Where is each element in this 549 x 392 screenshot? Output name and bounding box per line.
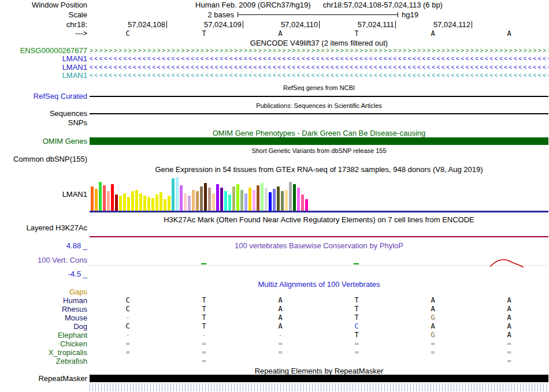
gtex-bar[interactable]	[188, 196, 191, 211]
gtex-bar[interactable]	[135, 190, 138, 211]
gtex-bars[interactable]	[90, 175, 548, 211]
gtex-title[interactable]: Gene Expression in 54 tissues from GTEx …	[90, 165, 548, 174]
gtex-bar[interactable]	[192, 190, 195, 211]
omim-genes-label[interactable]: OMIM Genes	[0, 137, 87, 145]
gtex-bar[interactable]	[115, 195, 118, 211]
gtex-bar[interactable]	[261, 183, 264, 211]
gtex-bar[interactable]	[305, 199, 308, 211]
base-letter-row[interactable]: ---> CTATAA	[0, 29, 549, 38]
gtex-bar[interactable]	[220, 188, 223, 211]
conservation-title[interactable]: 100 vertebrates Basewise Conservation by…	[90, 242, 548, 250]
species-label[interactable]: Dog	[0, 322, 87, 331]
alignment-base: -	[125, 313, 129, 322]
gtex-bar[interactable]	[147, 197, 150, 211]
gtex-bar[interactable]	[269, 192, 272, 211]
sequences-label[interactable]: Sequences	[0, 110, 87, 118]
h3k27ac-label[interactable]: Layered H3K27Ac	[0, 224, 87, 232]
gtex-bar[interactable]	[119, 196, 122, 211]
refseq-gene-line[interactable]	[90, 96, 548, 97]
gtex-bar[interactable]	[143, 196, 146, 211]
gene-arrow-line[interactable]: <<<<<<<<<<<<<<<<<<<<<<<<<<<<<<<<<<<<<<<<…	[90, 64, 548, 71]
gtex-bar[interactable]	[301, 195, 304, 211]
gene-arrow-line[interactable]: <<<<<<<<<<<<<<<<<<<<<<<<<<<<<<<<<<<<<<<<…	[90, 55, 548, 62]
gtex-bar[interactable]	[127, 197, 130, 211]
species-label[interactable]: Elephant	[0, 331, 87, 339]
gtex-bar[interactable]	[159, 192, 162, 211]
gene-label[interactable]: LMAN1	[0, 72, 87, 79]
refseq-curated-label[interactable]: RefSeq Curated	[0, 92, 87, 100]
gene-arrow-line[interactable]: >>>>>>>>>>>>>>>>>>>>>>>>>>>>>>>>>>>>>>>>…	[90, 47, 548, 54]
species-label[interactable]: Mouse	[0, 313, 87, 322]
gtex-bar[interactable]	[111, 184, 114, 211]
gtex-bar[interactable]	[265, 188, 268, 211]
gtex-bar[interactable]	[228, 195, 231, 211]
gtex-bar[interactable]	[232, 186, 235, 211]
gtex-bar[interactable]	[236, 184, 239, 211]
multiz-title[interactable]: Multiz Alignments of 100 Vertebrates	[90, 280, 548, 289]
gtex-bar[interactable]	[95, 189, 98, 211]
gtex-bar[interactable]	[168, 196, 170, 211]
dbsnp-label[interactable]: Common dbSNP(155)	[0, 155, 87, 163]
gtex-bar[interactable]	[180, 185, 183, 211]
gtex-gene-label[interactable]: LMAN1	[0, 190, 87, 199]
gene-arrow-line[interactable]: <<<<<<<<<<<<<<<<<<<<<<<<<<<<<<<<<<<<<<<<…	[90, 72, 548, 79]
omim-bar[interactable]	[90, 137, 548, 145]
snps-label[interactable]: SNPs	[0, 119, 87, 127]
repeatmasker-bar[interactable]	[90, 375, 548, 382]
gtex-bar[interactable]	[131, 191, 134, 211]
gtex-bar[interactable]	[99, 182, 102, 211]
gtex-bar[interactable]	[293, 184, 296, 211]
repeatmasker-title[interactable]: Repeating Elements by RepeatMasker	[90, 367, 548, 375]
gtex-bar[interactable]	[91, 186, 94, 211]
gtex-bar[interactable]	[253, 190, 255, 211]
alignment-base: =	[125, 348, 129, 357]
species-label[interactable]: X_tropicalis	[0, 348, 87, 357]
ruler-tick-row[interactable]: chr18: 57,024,10857,024,10957,024,11057,…	[0, 21, 549, 29]
gaps-label[interactable]: Gaps	[0, 288, 87, 296]
gtex-bar[interactable]	[224, 191, 227, 211]
gtex-bar[interactable]	[285, 190, 288, 211]
gtex-bar[interactable]	[196, 191, 199, 211]
species-label[interactable]: Chicken	[0, 339, 87, 348]
h3k27ac-title[interactable]: H3K27Ac Mark (Often Found Near Active Re…	[90, 215, 548, 224]
gtex-bar[interactable]	[289, 182, 292, 211]
gtex-bar[interactable]	[184, 193, 187, 211]
repeatmasker-label[interactable]: RepeatMasker	[0, 375, 87, 383]
gtex-bar[interactable]	[216, 184, 219, 211]
gtex-bar[interactable]	[212, 193, 215, 211]
gtex-bar[interactable]	[204, 183, 207, 211]
gtex-bar[interactable]	[164, 199, 166, 211]
gtex-bar[interactable]	[172, 178, 175, 211]
gene-label[interactable]: ENSG00000267677	[0, 47, 87, 54]
species-label[interactable]: Rhesus	[0, 305, 87, 313]
gtex-bar[interactable]	[257, 185, 259, 211]
gtex-bar[interactable]	[281, 191, 284, 211]
gtex-bar[interactable]	[273, 189, 276, 211]
gtex-bar[interactable]	[277, 186, 280, 211]
gtex-bar[interactable]	[244, 193, 247, 211]
species-label[interactable]: Zebrafish	[0, 357, 87, 365]
h3k27ac-line[interactable]	[90, 236, 548, 237]
gtex-bar[interactable]	[155, 195, 158, 211]
gtex-bar[interactable]	[176, 177, 179, 211]
gene-label[interactable]: LMAN1	[0, 64, 87, 71]
gene-label[interactable]: LMAN1	[0, 55, 87, 62]
gtex-baseline[interactable]	[90, 211, 548, 212]
gtex-bar[interactable]	[240, 190, 243, 211]
gtex-bar[interactable]	[123, 193, 126, 211]
gtex-bar[interactable]	[208, 188, 211, 211]
sequences-line[interactable]	[90, 113, 548, 114]
publications-title[interactable]: Publications: Sequences in Scientific Ar…	[90, 102, 548, 109]
gtex-bar[interactable]	[151, 198, 154, 211]
gtex-bar[interactable]	[200, 186, 203, 211]
gtex-bar[interactable]	[107, 191, 110, 211]
gtex-bar[interactable]	[297, 188, 300, 211]
gtex-bar[interactable]	[103, 185, 106, 211]
dbsnp-title[interactable]: Short Genetic Variants from dbSNP releas…	[90, 147, 548, 154]
species-label[interactable]: Human	[0, 296, 87, 305]
gtex-bar[interactable]	[139, 193, 142, 211]
omim-title[interactable]: OMIM Gene Phenotypes - Dark Green Can Be…	[90, 129, 548, 137]
gencode-title[interactable]: GENCODE V49lift37 (2 items filtered out)	[90, 39, 548, 47]
gtex-bar[interactable]	[248, 188, 251, 211]
refseq-title[interactable]: RefSeq genes from NCBI	[90, 84, 548, 91]
